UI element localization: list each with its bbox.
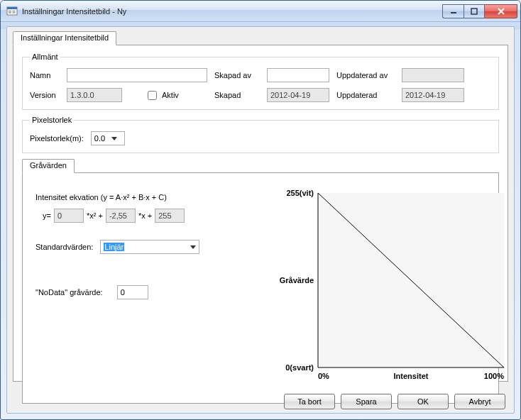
defaults-value: Linjär [104,243,124,251]
minimize-button[interactable] [442,4,464,18]
delete-button[interactable]: Ta bort [284,394,335,409]
nodata-input[interactable] [117,285,148,299]
svg-rect-2 [9,11,11,11]
label-times-x: *x + [138,211,152,220]
intensity-chart: 0(svart)255(vit)0%100%GråvärdeIntensitet [273,186,507,393]
button-bar: Ta bort Spara OK Avbryt [284,394,505,409]
chevron-down-icon [109,132,120,145]
tab-main[interactable]: Inställningar Intensitetbild [13,31,116,45]
window-buttons [442,4,517,18]
coef-c-input [155,209,185,223]
main-tab-page: Allmänt Namn Skapad av Uppdaterad av Ver… [13,45,508,382]
client-area: Inställningar Intensitetbild Allmänt Nam… [6,26,515,414]
svg-rect-7 [471,9,477,14]
created-by-input[interactable] [267,68,329,82]
label-defaults: Standardvärden: [35,243,93,251]
svg-rect-5 [13,12,16,13]
group-general-legend: Allmänt [30,52,60,61]
version-input [67,88,122,102]
svg-rect-1 [7,7,17,9]
svg-text:255(vit): 255(vit) [286,189,314,197]
label-version: Version [30,91,60,99]
gray-tab-page: Intensitet ekvation (y = A·x² + B·x + C)… [22,172,499,404]
app-icon [6,6,18,17]
svg-rect-6 [451,12,456,13]
pixelsize-value: 0.0 [94,134,105,143]
group-general: Allmänt Namn Skapad av Uppdaterad av Ver… [22,52,499,110]
updated-by-input [402,68,464,82]
coef-b-input [106,209,136,223]
tab-grayvalues-label: Gråvärden [30,161,67,170]
svg-text:Gråvärde: Gråvärde [280,276,314,284]
label-updated: Uppdaterad [336,91,395,99]
coef-a-input [54,209,84,223]
label-y-equals: y= [43,211,51,220]
chevron-down-icon [187,241,199,253]
maximize-button[interactable] [464,4,485,18]
label-pixelsize: Pixelstorlek(m): [30,134,84,143]
cancel-button[interactable]: Avbryt [454,394,505,409]
label-nodata: "NoData" gråvärde: [35,288,103,297]
main-tab-control: Inställningar Intensitetbild Allmänt Nam… [13,31,508,382]
defaults-combo[interactable]: Linjär [100,240,199,254]
name-input[interactable] [67,68,207,82]
label-times-x2: *x² + [87,211,103,220]
label-equation: Intensitet ekvation (y = A·x² + B·x + C) [35,193,248,201]
updated-input [402,88,464,102]
gray-chart-panel: 0(svart)255(vit)0%100%GråvärdeIntensitet [273,186,507,399]
created-input [267,88,329,102]
svg-text:0(svart): 0(svart) [285,363,314,372]
svg-text:0%: 0% [318,372,329,380]
svg-rect-4 [13,11,16,11]
svg-text:Intensitet: Intensitet [394,372,429,380]
gray-left-panel: Intensitet ekvation (y = A·x² + B·x + C)… [35,193,248,299]
group-pixelsize: Pixelstorlek Pixelstorlek(m): 0.0 [22,116,499,153]
gray-tab-control: Gråvärden Intensitet ekvation (y = A·x² … [22,159,499,420]
tab-grayvalues[interactable]: Gråvärden [22,159,75,173]
tab-main-label: Inställningar Intensitetbild [21,33,109,42]
ok-button[interactable]: OK [397,394,449,409]
window: Inställningar Intensitetbild - Ny Instäl… [0,0,521,420]
save-button[interactable]: Spara [341,394,392,409]
close-button[interactable] [485,4,517,18]
svg-rect-3 [9,12,11,13]
label-name: Namn [30,71,60,79]
label-active: Aktiv [162,91,179,99]
label-created: Skapad [214,91,260,99]
window-title: Inställningar Intensitetbild - Ny [22,7,442,16]
svg-text:100%: 100% [484,372,504,380]
label-created-by: Skapad av [214,71,260,79]
titlebar[interactable]: Inställningar Intensitetbild - Ny [1,1,520,22]
group-pixelsize-legend: Pixelstorlek [30,116,74,124]
pixelsize-combo[interactable]: 0.0 [91,131,125,145]
active-checkbox[interactable] [148,91,157,100]
label-updated-by: Uppdaterad av [336,71,395,79]
